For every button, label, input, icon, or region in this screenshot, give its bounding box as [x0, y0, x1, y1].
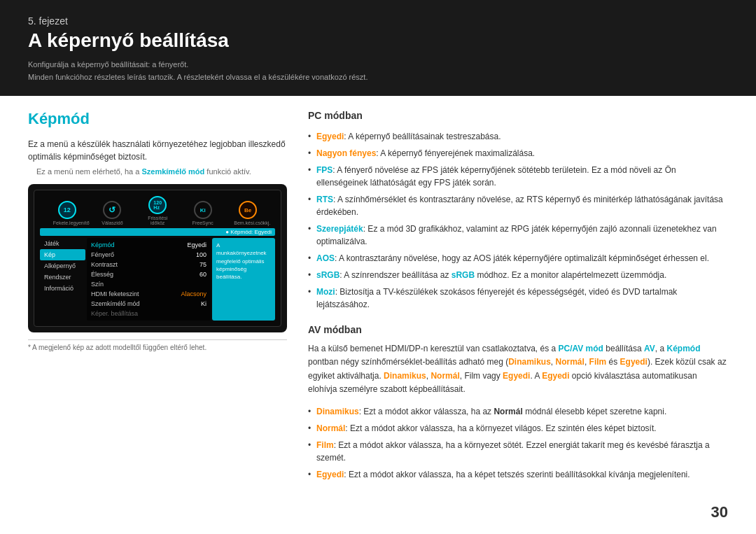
menu-row-elesség: Élesség 60 — [91, 269, 206, 279]
list-item: Film: Ezt a módot akkor válassza, ha a k… — [308, 437, 728, 466]
list-item: FPS: A fényerő növelése az FPS játék kép… — [308, 162, 728, 191]
list-item: RTS: A színhőmérséklet és kontrasztarány… — [308, 191, 728, 220]
icon-black-equalizer: 12 Fekete.legyenítő — [53, 201, 81, 225]
menu-row-kontraszt: Kontraszt 75 — [91, 260, 206, 269]
menu-item-jatek: Játék — [40, 238, 85, 249]
av-section-title: AV módban — [308, 324, 728, 335]
pc-bullet-list: Egyedi: A képernyő beállításainak testre… — [308, 128, 728, 313]
menu-callout: A munkakörnyezetnek megfelelő optimális … — [212, 238, 275, 321]
icon-circle-response: ↺ — [103, 201, 121, 219]
section-title: Képmód — [28, 110, 287, 128]
footnote-section: * A megjelenő kép az adott modelltől füg… — [28, 339, 287, 351]
icon-label-1: Válaszidő — [102, 220, 122, 225]
menu-row-fenyero: Fényerő 100 — [91, 250, 206, 260]
list-item: Szerepjáték: Ez a mód 3D grafikákhoz, va… — [308, 220, 728, 250]
icon-circle-12: 12 — [58, 201, 76, 219]
list-item: Normál: Ezt a módot akkor válassza, ha a… — [308, 420, 728, 437]
menu-row-keperbeallitas: Képer. beállítása — [91, 309, 206, 318]
page-header: 5. fejezet A képernyő beállítása Konfigu… — [0, 0, 756, 96]
list-item: sRGB: A színrendszer beállítása az sRGB … — [308, 267, 728, 283]
menu-row-szin: Szín — [91, 279, 206, 289]
menu-item-info: Információ — [40, 283, 85, 294]
monitor-mockup: 12 Fekete.legyenítő ↺ Válaszidő 120Hz Fr… — [28, 184, 287, 332]
icon-label-0: Fekete.legyenítő — [53, 220, 81, 225]
left-column: Képmód Ez a menü a készülék használati k… — [28, 110, 287, 494]
icon-response: ↺ Válaszidő — [102, 201, 122, 225]
av-intro-text: Ha a külső bemenet HDMI/DP-n keresztül v… — [308, 342, 728, 396]
pc-section-title: PC módban — [308, 110, 728, 121]
icon-input-lag: Be Bem.kési.csökkj. — [234, 201, 262, 225]
icon-circle-120: 120Hz — [148, 196, 167, 214]
icon-label-3: FreeSync — [192, 220, 214, 225]
av-bullet-list: Dinamikus: Ezt a módot akkor válassza, h… — [308, 403, 728, 483]
icon-freesync: Ki FreeSync — [192, 201, 214, 225]
note-text: Ez a menü nem elérhető, ha a Szemkímélő … — [28, 167, 287, 176]
list-item: Egyedi: Ezt a módot akkor válassza, ha a… — [308, 466, 728, 483]
footnote-text: * A megjelenő kép az adott modelltől füg… — [28, 344, 287, 351]
header-description: Konfigurálja a képernyő beállításait: a … — [28, 59, 728, 83]
menu-badge: ● Képmód: Egyedi — [40, 228, 275, 236]
monitor-menu: Játék Kép Alképernyő Rendszer Információ… — [40, 238, 275, 321]
page-title: A képernyő beállítása — [28, 29, 728, 52]
menu-item-kep: Kép — [40, 249, 85, 260]
monitor-icons-row: 12 Fekete.legyenítő ↺ Válaszidő 120Hz Fr… — [40, 196, 275, 225]
right-column: PC módban Egyedi: A képernyő beállításai… — [308, 110, 728, 494]
icon-label-4: Bem.kési.csökkj. — [234, 220, 262, 225]
menu-row-hdmi: HDMI feketeszint Alacsony — [91, 289, 206, 299]
menu-item-rendszer: Rendszer — [40, 272, 85, 283]
monitor-screen: 12 Fekete.legyenítő ↺ Válaszidő 120Hz Fr… — [34, 190, 281, 327]
list-item: Dinamikus: Ezt a módot akkor válassza, h… — [308, 403, 728, 420]
intro-text: Ez a menü a készülék használati környeze… — [28, 138, 287, 163]
icon-refresh: 120Hz Frissítési időköz — [144, 196, 172, 225]
icon-circle-ki: Ki — [194, 201, 212, 219]
icon-label-2: Frissítési időköz — [144, 216, 172, 225]
list-item: Egyedi: A képernyő beállításainak testre… — [308, 128, 728, 145]
icon-circle-be: Be — [239, 201, 257, 219]
chapter-label: 5. fejezet — [28, 15, 728, 27]
list-item: Mozi: Biztosítja a TV-készülékek szokáso… — [308, 283, 728, 313]
list-item: Nagyon fényes: A képernyő fényerejének m… — [308, 145, 728, 162]
menu-row-kepmód: Képmód Egyedi — [91, 240, 206, 250]
menu-item-alkep: Alképernyő — [40, 260, 85, 272]
page-number: 30 — [711, 503, 728, 521]
main-content: Képmód Ez a menü a készülék használati k… — [0, 96, 756, 508]
menu-right-panel: Képmód Egyedi Fényerő 100 Kontraszt 75 — [87, 238, 211, 321]
menu-row-szemkimelo: Szemkímélő mód Ki — [91, 299, 206, 309]
menu-left-nav: Játék Kép Alképernyő Rendszer Információ — [40, 238, 85, 321]
list-item: AOS: A kontrasztarány növelése, hogy az … — [308, 250, 728, 267]
